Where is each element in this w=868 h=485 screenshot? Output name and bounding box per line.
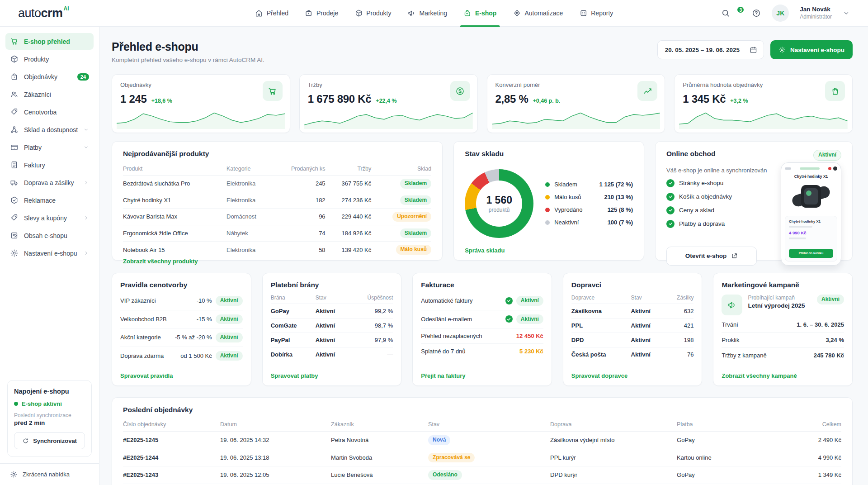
tab-prodeje[interactable]: Prodeje (299, 0, 344, 26)
product-revenue: 139 420 Kč (326, 242, 372, 258)
sidebar-item-e-shop-prehled[interactable]: E-shop přehled (5, 33, 94, 50)
table-row: Dobírka Aktivní — (271, 347, 393, 362)
table-row[interactable]: Chytré hodinky X1 Elektronika 182 274 23… (123, 192, 431, 209)
connection-status: E-shop aktivní (22, 400, 62, 407)
page-subtitle: Kompletní přehled vašeho e-shopu v rámci… (112, 57, 264, 63)
column-header: Kategorie (226, 162, 273, 176)
campaign-metric-row: Proklik 3,24 % (722, 333, 844, 348)
stock-badge: Skladem (400, 179, 431, 189)
date-range-picker[interactable]: 20. 05. 2025 – 19. 06. 2025 (657, 40, 764, 59)
carrier-count: 632 (665, 304, 693, 319)
truck-icon (10, 178, 19, 187)
tab-automatizace[interactable]: Automatizace (507, 0, 569, 26)
sidebar-item-zakaznici[interactable]: Zákazníci (5, 86, 94, 103)
table-row[interactable]: Kávovar Barista Max Domácnost 96 229 440… (123, 209, 431, 225)
carrier-status: Aktivní (631, 319, 665, 333)
kpi-card-trzby: Tržby 1 675 890 Kč +22,4 % (299, 74, 478, 133)
kpi-sparkline (492, 110, 660, 129)
table-row[interactable]: Ergonomická židle Office Nábytek 74 184 … (123, 225, 431, 242)
marketing-campaigns-card: Marketingové kampaně Probíhající kampaň … (713, 273, 853, 386)
view-all-campaigns-link[interactable]: Zobrazit všechny kampaně (722, 372, 844, 379)
sidebar-item-doprava-a-zasilky[interactable]: Doprava a zásilky (5, 174, 94, 191)
status-badge: Aktivní (216, 296, 243, 306)
notifications-badge: 3 (736, 6, 745, 14)
sidebar-item-reklamace[interactable]: Reklamace (5, 192, 94, 209)
carrier-name: Zásilkovna (571, 304, 631, 319)
sidebar-item-platby[interactable]: Platby (5, 139, 94, 156)
trend-icon (643, 86, 652, 96)
stock-total: 1 560 (486, 194, 512, 206)
legend-dot (545, 182, 550, 187)
kpi-card-konverzni-pomer: Konverzní poměr 2,85 % +0,46 p. b. (487, 74, 665, 133)
sidebar-item-produkty[interactable]: Produkty (5, 51, 94, 67)
column-header: Tržby (326, 162, 372, 176)
tab-reporty[interactable]: Reporty (573, 0, 619, 26)
manage-carriers-link[interactable]: Spravovat dopravce (571, 372, 694, 379)
carrier-count: 76 (665, 347, 693, 362)
table-row[interactable]: #E2025-1245 19. 06. 2025 14:32 Petra Nov… (123, 432, 841, 449)
tab-prehled[interactable]: Přehled (249, 0, 294, 26)
manage-rules-link[interactable]: Spravovat pravidla (120, 372, 243, 379)
avatar[interactable]: JK (772, 5, 789, 22)
table-row[interactable]: #E2025-1243 19. 06. 2025 12:05 Lucie Ben… (123, 466, 841, 484)
table-row[interactable]: Bezdrátová sluchátka Pro Elektronika 245… (123, 176, 431, 192)
table-row[interactable]: #E2025-1244 19. 06. 2025 13:18 Martin Sv… (123, 449, 841, 466)
tab-e-shop[interactable]: E-shop (458, 0, 502, 26)
product-category: Nábytek (226, 225, 273, 242)
kpi-delta: +22,4 % (376, 98, 396, 104)
go-to-invoices-link[interactable]: Přejít na faktury (421, 372, 543, 379)
sidebar-item-sklad-a-dostupnost[interactable]: Sklad a dostupnost (5, 121, 94, 138)
marketing-title: Marketingové kampaně (722, 281, 844, 289)
main-nav: Přehled Prodeje Produkty Marketing E-sho… (249, 0, 619, 26)
manage-payments-link[interactable]: Spravovat platby (271, 372, 393, 379)
product-sold: 96 (273, 209, 326, 225)
check-circle-icon (666, 193, 675, 201)
home-icon (255, 9, 263, 17)
app-logo[interactable]: autocrm AI (18, 6, 69, 20)
sidebar-item-cenotvorba[interactable]: Cenotvorba (5, 104, 94, 120)
checklist-item-stranky-e-shopu: Stránky e-shopu (666, 179, 773, 187)
gateway-name: Dobírka (271, 347, 316, 362)
product-category: Domácnost (226, 209, 273, 225)
pricing-rules-title: Pravidla cenotvorby (120, 281, 243, 289)
sidebar-item-nastaveni-e-shopu[interactable]: Nastavení e-shopu (5, 245, 94, 262)
tab-marketing[interactable]: Marketing (402, 0, 453, 26)
synchronize-button[interactable]: Synchronizovat (14, 432, 85, 449)
product-revenue: 184 926 Kč (326, 225, 372, 242)
kpi-sparkline (679, 110, 848, 129)
view-all-products-link[interactable]: Zobrazit všechny produkty (123, 258, 431, 265)
product-category: Elektronika (226, 242, 273, 258)
tab-produkty[interactable]: Produkty (349, 0, 397, 26)
product-category: Elektronika (226, 192, 273, 209)
user-name: Jan Novák (800, 6, 832, 14)
stock-title: Stav skladu (465, 150, 633, 158)
eshop-settings-button[interactable]: Nastavení e-shopu (770, 40, 853, 59)
sidebar-item-faktury[interactable]: Faktury (5, 157, 94, 173)
sidebar-item-obsah-e-shopu[interactable]: Obsah e-shopu (5, 227, 94, 244)
connection-title: Napojení e-shopu (14, 388, 85, 395)
megaphone-icon (727, 300, 737, 310)
chevron-down-icon[interactable] (843, 10, 850, 17)
column-header: Stav (631, 292, 665, 304)
dollar-icon (455, 86, 465, 96)
collapse-menu-button[interactable]: Zkrácená nabídka (0, 463, 99, 485)
user-menu[interactable]: Jan Novák Administrátor (800, 6, 832, 20)
open-eshop-button[interactable]: Otevřít e-shop (666, 247, 757, 266)
status-badge: Aktivní (516, 296, 543, 306)
kpi-card-prumerna-hodnota-objednavky: Průměrná hodnota objednávky 1 345 Kč +3,… (674, 74, 853, 133)
kpi-sparkline (304, 110, 473, 129)
gateway-status: Aktivní (316, 333, 349, 347)
search-icon[interactable] (721, 9, 730, 18)
legend-dot (545, 195, 550, 200)
table-row[interactable]: Notebook Air 15 Elektronika 58 139 420 K… (123, 242, 431, 258)
gateway-rate: 99,2 % (349, 304, 393, 319)
table-row: Zásilkovna Aktivní 632 (571, 304, 694, 319)
kpi-label: Tržby (308, 81, 469, 88)
invoicing-row: Odesílání e-mailem Aktivní (421, 310, 543, 329)
table-row: DPD Aktivní 198 (571, 333, 694, 347)
sidebar-item-objednavky[interactable]: Objednávky 24 (5, 68, 94, 85)
manage-stock-link[interactable]: Správa skladu (465, 247, 633, 254)
date-range-value: 20. 05. 2025 – 19. 06. 2025 (665, 47, 740, 53)
help-icon[interactable] (752, 9, 761, 18)
sidebar-item-slevy-a-kupony[interactable]: Slevy a kupóny (5, 209, 94, 226)
